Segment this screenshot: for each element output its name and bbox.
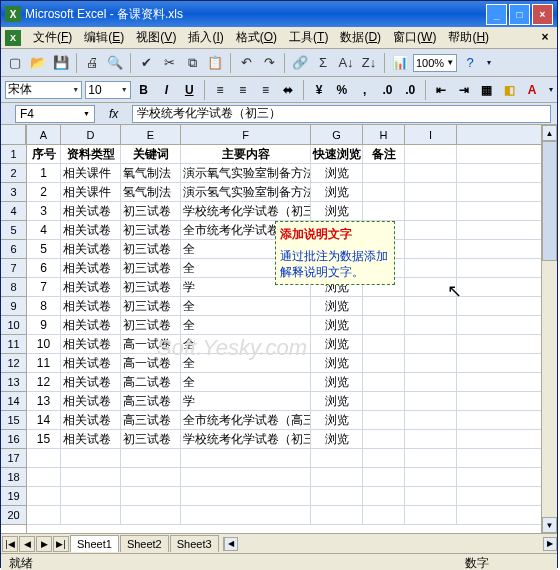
fillcolor-icon[interactable]: ◧ xyxy=(499,80,519,100)
paste-icon[interactable]: 📋 xyxy=(205,53,225,73)
cell[interactable]: 浏览 xyxy=(311,316,363,334)
cell[interactable] xyxy=(363,468,405,486)
cell[interactable]: 相关试卷 xyxy=(61,335,121,353)
fontsize-combo[interactable]: 10▼ xyxy=(85,81,131,99)
cell[interactable]: 初三试卷 xyxy=(121,278,181,296)
cell[interactable] xyxy=(363,487,405,505)
cell[interactable]: 演示氧气实验室制备方法 xyxy=(181,164,311,182)
cell[interactable]: 氧气制法 xyxy=(121,164,181,182)
col-header[interactable]: A xyxy=(27,125,61,144)
cell[interactable] xyxy=(121,449,181,467)
cell[interactable]: 4 xyxy=(27,221,61,239)
menu-edit[interactable]: 编辑(E) xyxy=(78,27,130,48)
cell[interactable]: 5 xyxy=(27,240,61,258)
row-header[interactable]: 3 xyxy=(1,183,26,202)
cell[interactable] xyxy=(405,487,457,505)
redo-icon[interactable]: ↷ xyxy=(259,53,279,73)
cell[interactable] xyxy=(405,202,457,220)
tab-first-icon[interactable]: |◀ xyxy=(2,536,18,552)
fontcolor-icon[interactable]: A xyxy=(522,80,542,100)
menu-format[interactable]: 格式(O) xyxy=(230,27,283,48)
col-header[interactable]: F xyxy=(181,125,311,144)
select-all-corner[interactable] xyxy=(1,125,26,145)
cell[interactable]: 1 xyxy=(27,164,61,182)
copy-icon[interactable]: ⧉ xyxy=(182,53,202,73)
toolbar-overflow-icon[interactable]: ▾ xyxy=(487,58,491,67)
cell[interactable] xyxy=(363,411,405,429)
row-header[interactable]: 8 xyxy=(1,278,26,297)
merge-icon[interactable]: ⬌ xyxy=(278,80,298,100)
cell[interactable]: 学校统考化学试卷（初三） xyxy=(181,430,311,448)
cell[interactable]: 相关试卷 xyxy=(61,392,121,410)
cell[interactable] xyxy=(405,259,457,277)
tab-prev-icon[interactable]: ◀ xyxy=(19,536,35,552)
cell[interactable] xyxy=(27,468,61,486)
cell[interactable]: 相关试卷 xyxy=(61,221,121,239)
row-header[interactable]: 4 xyxy=(1,202,26,221)
cell[interactable]: 资料类型 xyxy=(61,145,121,163)
indent-inc-icon[interactable]: ⇥ xyxy=(454,80,474,100)
cell[interactable]: 高二试卷 xyxy=(121,373,181,391)
cell[interactable]: 学校统考化学试卷（初三） xyxy=(181,202,311,220)
align-left-icon[interactable]: ≡ xyxy=(210,80,230,100)
cell[interactable] xyxy=(405,392,457,410)
cell[interactable]: 高三试卷 xyxy=(121,411,181,429)
tab-last-icon[interactable]: ▶| xyxy=(53,536,69,552)
row-header[interactable]: 1 xyxy=(1,145,26,164)
dec-decimal-icon[interactable]: .0 xyxy=(400,80,420,100)
cell[interactable]: 浏览 xyxy=(311,183,363,201)
open-icon[interactable]: 📂 xyxy=(28,53,48,73)
cell[interactable]: 初三试卷 xyxy=(121,259,181,277)
align-center-icon[interactable]: ≡ xyxy=(233,80,253,100)
cell[interactable]: 高三试卷 xyxy=(121,392,181,410)
cell[interactable]: 初三试卷 xyxy=(121,221,181,239)
cell[interactable] xyxy=(363,430,405,448)
cell[interactable]: 相关试卷 xyxy=(61,316,121,334)
cell[interactable]: 高一试卷 xyxy=(121,335,181,353)
cell[interactable]: 相关课件 xyxy=(61,183,121,201)
cell[interactable]: 相关试卷 xyxy=(61,373,121,391)
cell[interactable]: 浏览 xyxy=(311,335,363,353)
cell[interactable]: 学 xyxy=(181,392,311,410)
col-header[interactable]: I xyxy=(405,125,457,144)
cell[interactable]: 浏览 xyxy=(311,202,363,220)
currency-icon[interactable]: ¥ xyxy=(309,80,329,100)
undo-icon[interactable]: ↶ xyxy=(236,53,256,73)
cell[interactable]: 14 xyxy=(27,411,61,429)
close-doc-button[interactable]: × xyxy=(537,30,553,46)
cell[interactable] xyxy=(405,316,457,334)
menu-tools[interactable]: 工具(T) xyxy=(283,27,334,48)
cell[interactable] xyxy=(405,430,457,448)
cell[interactable]: 高一试卷 xyxy=(121,354,181,372)
cell[interactable] xyxy=(363,164,405,182)
menu-data[interactable]: 数据(D) xyxy=(334,27,387,48)
cell[interactable]: 13 xyxy=(27,392,61,410)
cell[interactable]: 浏览 xyxy=(311,373,363,391)
cell[interactable]: 浏览 xyxy=(311,430,363,448)
row-header[interactable]: 14 xyxy=(1,392,26,411)
hscroll-right-icon[interactable]: ▶ xyxy=(543,537,557,551)
cell[interactable] xyxy=(405,449,457,467)
row-header[interactable]: 10 xyxy=(1,316,26,335)
cell[interactable]: 主要内容 xyxy=(181,145,311,163)
cell[interactable]: 全 xyxy=(181,373,311,391)
cell[interactable]: 15 xyxy=(27,430,61,448)
row-header[interactable]: 17 xyxy=(1,449,26,468)
cell[interactable]: 相关试卷 xyxy=(61,259,121,277)
comma-icon[interactable]: , xyxy=(355,80,375,100)
cell[interactable] xyxy=(405,411,457,429)
cell[interactable]: 全 xyxy=(181,335,311,353)
cell[interactable]: 2 xyxy=(27,183,61,201)
formula-bar[interactable]: 学校统考化学试卷（初三） xyxy=(132,105,551,123)
row-header[interactable]: 18 xyxy=(1,468,26,487)
row-header[interactable]: 5 xyxy=(1,221,26,240)
cell[interactable]: 11 xyxy=(27,354,61,372)
fmt-overflow-icon[interactable]: ▾ xyxy=(549,85,553,94)
row-header[interactable]: 11 xyxy=(1,335,26,354)
cell[interactable]: 浏览 xyxy=(311,392,363,410)
save-icon[interactable]: 💾 xyxy=(51,53,71,73)
cell[interactable]: 全市统考化学试卷（高三） xyxy=(181,411,311,429)
cell[interactable] xyxy=(405,145,457,163)
cell[interactable] xyxy=(121,487,181,505)
cell[interactable] xyxy=(363,297,405,315)
